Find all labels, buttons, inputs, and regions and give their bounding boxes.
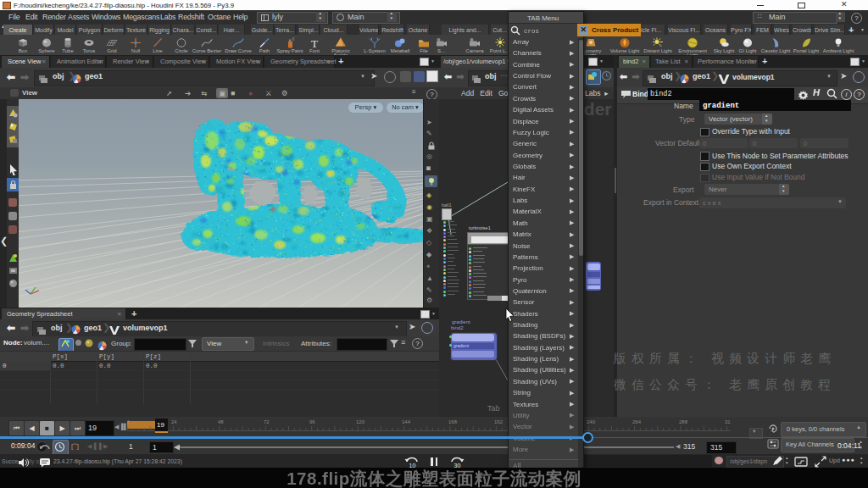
svg-text:168: 168 — [448, 419, 458, 424]
svg-text:1: 1 — [127, 419, 131, 424]
svg-text:24: 24 — [171, 419, 177, 424]
svg-text:96: 96 — [309, 419, 315, 424]
svg-text:T: T — [311, 37, 318, 50]
svg-text:240: 240 — [587, 419, 596, 424]
svg-text:192: 192 — [494, 419, 504, 424]
svg-text:48: 48 — [218, 419, 224, 424]
svg-text:312: 312 — [725, 419, 731, 424]
svg-text:72: 72 — [264, 419, 270, 424]
svg-text:120: 120 — [356, 419, 365, 424]
svg-text:264: 264 — [632, 419, 642, 424]
svg-text:144: 144 — [402, 419, 411, 424]
svg-text:288: 288 — [679, 419, 688, 424]
